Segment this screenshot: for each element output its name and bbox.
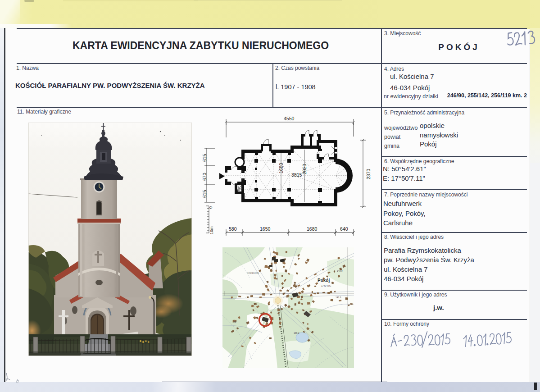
svg-text:1680: 1680: [307, 226, 318, 232]
svg-text:2370: 2370: [366, 169, 371, 179]
svg-text:615: 615: [203, 154, 207, 162]
svg-text:1650: 1650: [260, 226, 271, 232]
svg-text:1.40 UG: 1.40 UG: [321, 284, 331, 287]
svg-text:139: 139: [232, 321, 236, 324]
svg-text:580: 580: [229, 226, 237, 232]
svg-text:670: 670: [203, 173, 207, 181]
svg-text:4550: 4550: [284, 116, 295, 121]
svg-text:0: 0: [209, 206, 213, 209]
svg-text:142.6: 142.6: [336, 296, 341, 299]
svg-text:10m: 10m: [209, 226, 214, 234]
svg-text:KOZIENICE: KOZIENICE: [247, 272, 259, 274]
svg-text:640: 640: [340, 226, 348, 232]
svg-text:140.9: 140.9: [337, 269, 343, 272]
svg-text:615: 615: [203, 190, 207, 198]
svg-text:138.2: 138.2: [294, 332, 299, 334]
svg-text:Pokój: Pokój: [318, 278, 330, 283]
